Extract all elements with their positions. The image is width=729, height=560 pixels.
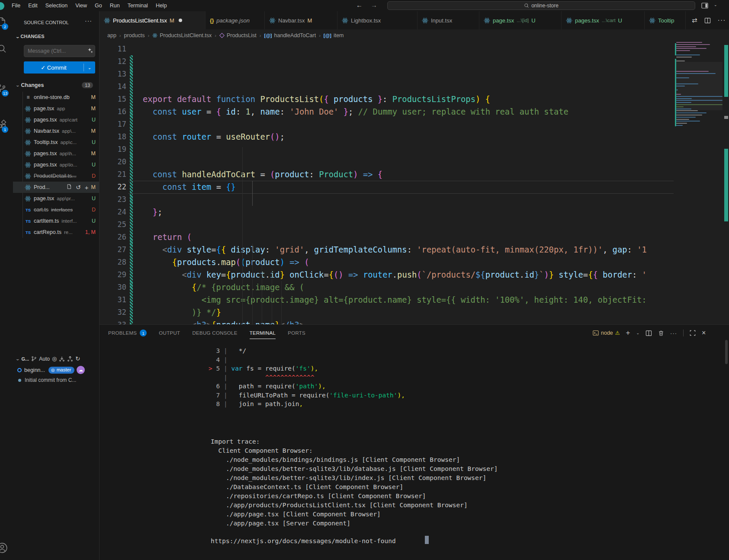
changes-section-header[interactable]: ⌄ CHANGES xyxy=(16,34,45,39)
new-terminal-icon[interactable]: + xyxy=(626,329,630,337)
line-number: 28 xyxy=(100,256,126,269)
react-file-icon xyxy=(25,162,32,168)
tab-label: package.json xyxy=(216,17,250,24)
customize-layout-icon[interactable] xyxy=(701,2,708,9)
tab-productslistclient-tsx[interactable]: ProductsListClient.tsxM xyxy=(100,11,206,29)
minimap-line xyxy=(676,117,696,118)
tab-package-json[interactable]: {}package.json xyxy=(206,11,265,29)
changed-file-row[interactable]: pages.tsxapp\cartU xyxy=(13,114,100,125)
cloud-icon[interactable]: ☁ xyxy=(77,366,85,374)
changes-tree-header[interactable]: ⌄Changes 13 xyxy=(16,80,96,90)
gutter-change-indicator[interactable] xyxy=(130,55,133,324)
minimap[interactable] xyxy=(675,42,723,324)
command-center-search[interactable]: online-store xyxy=(387,1,695,10)
tab-tooltip[interactable]: Tooltip xyxy=(645,11,686,29)
menu-terminal[interactable]: Terminal xyxy=(124,1,152,10)
breadcrumb-item[interactable]: app xyxy=(107,32,116,38)
graph-section-header[interactable]: ⌄G... Auto ◎ ↻ xyxy=(16,355,100,362)
breadcrumb-item[interactable]: ProductsListClient.tsx xyxy=(152,32,212,38)
changed-file-row[interactable]: TScartRepo.tsre...1, M xyxy=(13,227,100,238)
unsaved-dot-icon[interactable] xyxy=(179,19,182,22)
kill-terminal-icon[interactable] xyxy=(658,330,664,336)
menu-run[interactable]: Run xyxy=(106,1,124,10)
breadcrumb-label: ProductsListClient.tsx xyxy=(160,32,212,38)
menu-edit[interactable]: Edit xyxy=(24,1,42,10)
changed-file-row[interactable]: Prod...↺+M xyxy=(13,182,100,193)
panel-tab-output[interactable]: OUTPUT xyxy=(159,325,180,341)
breadcrumb-item[interactable]: [@]handleAddToCart xyxy=(264,32,316,38)
changed-file-row[interactable]: page.tsxappM xyxy=(13,103,100,114)
menu-file[interactable]: File xyxy=(8,1,24,10)
menu-help[interactable]: Help xyxy=(152,1,171,10)
terminal-trace-line: ./app/products/ProductsListClient.tsx [C… xyxy=(211,501,468,509)
sparkle-ai-icon[interactable] xyxy=(87,48,93,54)
layout-chevron-icon[interactable]: ⌄ xyxy=(714,3,717,7)
changed-file-row[interactable]: Navbar.tsxapp\...M xyxy=(13,125,100,137)
terminal-link[interactable]: https://nextjs.org/docs/messages/module-… xyxy=(211,537,396,545)
tab-navbar-tsx[interactable]: Navbar.tsxM xyxy=(265,11,337,29)
panel-tab-debug-console[interactable]: DEBUG CONSOLE xyxy=(192,325,237,341)
code-editor[interactable]: 1112131415export default function Produc… xyxy=(100,42,729,324)
split-terminal-icon[interactable] xyxy=(646,330,652,336)
changed-file-row[interactable]: page.tsxapp\pr...U xyxy=(13,193,100,204)
changed-file-row[interactable]: TScart.tsinterfacesD xyxy=(13,204,100,215)
panel-more-icon[interactable]: ··· xyxy=(670,330,677,336)
changed-file-row[interactable]: pages.tsxapp\h...M xyxy=(13,148,100,159)
refresh-icon-clipped[interactable]: ↻ xyxy=(75,355,80,362)
breadcrumb-item[interactable]: ProductsList xyxy=(219,32,257,38)
push-icon[interactable] xyxy=(67,356,73,362)
tab-input-tsx[interactable]: Input.tsx xyxy=(417,11,479,29)
file-name: Prod... xyxy=(34,184,50,190)
warning-icon: ⚠ xyxy=(615,330,620,336)
app-logo-icon[interactable] xyxy=(0,2,4,10)
target-icon[interactable]: ◎ xyxy=(52,355,57,362)
changed-file-row[interactable]: ProductDetail.ts...D xyxy=(13,170,100,182)
minimap-line xyxy=(676,119,689,120)
graph-commit-row[interactable]: Initial commit from C... xyxy=(16,377,100,383)
menu-go[interactable]: Go xyxy=(91,1,106,10)
nav-back-icon[interactable]: ← xyxy=(356,1,363,9)
menu-view[interactable]: View xyxy=(71,1,91,10)
terminal-shell-item[interactable]: node ⚠ xyxy=(593,330,620,336)
open-file-icon[interactable] xyxy=(66,184,72,189)
breadcrumb-item[interactable]: products xyxy=(124,32,145,38)
panel-tab-terminal[interactable]: TERMINAL xyxy=(250,325,276,341)
minimap-line xyxy=(676,104,723,105)
search-icon[interactable] xyxy=(0,43,7,54)
tab-pages-tsx[interactable]: pages.tsx...\cartU xyxy=(562,11,645,29)
panel-tab-ports[interactable]: PORTS xyxy=(288,325,305,341)
panel-tab-bar: PROBLEMS1OUTPUTDEBUG CONSOLETERMINALPORT… xyxy=(108,325,305,341)
git-status-label: D xyxy=(92,173,96,179)
close-panel-icon[interactable]: × xyxy=(702,329,706,337)
terminal-scrollbar[interactable] xyxy=(725,340,728,364)
split-editor-icon[interactable] xyxy=(704,17,711,24)
menu-selection[interactable]: Selection xyxy=(42,1,71,10)
sidebar-more-icon[interactable]: ··· xyxy=(85,17,92,24)
account-icon[interactable] xyxy=(0,542,7,553)
changed-file-row[interactable]: ≡online-store.dbM xyxy=(13,92,100,103)
changed-file-row[interactable]: TScartItem.tsinterf...U xyxy=(13,215,100,227)
open-changes-icon[interactable]: ⇄ xyxy=(692,16,697,24)
maximize-panel-icon[interactable] xyxy=(690,330,696,336)
discard-changes-icon[interactable]: ↺ xyxy=(76,184,81,191)
commit-message-input[interactable] xyxy=(24,45,95,57)
overview-ruler[interactable] xyxy=(724,42,728,324)
graph-commit-row[interactable]: beginn... ◎master ☁ xyxy=(16,366,100,374)
file-name: page.tsx xyxy=(34,195,54,202)
stage-changes-icon[interactable]: + xyxy=(85,184,89,191)
git-status-label: D xyxy=(92,207,96,213)
panel-tab-problems[interactable]: PROBLEMS1 xyxy=(108,325,147,341)
changed-file-row[interactable]: pages.tsxapp\lo...U xyxy=(13,159,100,170)
code-line: const item = {} xyxy=(143,181,236,193)
more-actions-icon[interactable]: ··· xyxy=(718,16,726,24)
tab-lightbox-tsx[interactable]: Lightbox.tsx xyxy=(337,11,417,29)
commit-button[interactable]: ✓ Commit ⌄ xyxy=(24,61,95,74)
commit-dropdown-icon[interactable]: ⌄ xyxy=(84,65,95,70)
fetch-icon[interactable] xyxy=(59,356,65,362)
breadcrumb-item[interactable]: [@]item xyxy=(324,32,344,38)
tab-page-tsx[interactable]: page.tsx...\[id]U xyxy=(479,11,562,29)
nav-forward-icon[interactable]: → xyxy=(371,1,377,9)
changed-file-row[interactable]: Tooltip.tsxapp\c...U xyxy=(13,137,100,148)
terminal-dropdown-icon[interactable]: ⌄ xyxy=(636,331,640,335)
branch-badge[interactable]: ◎master xyxy=(48,367,74,374)
